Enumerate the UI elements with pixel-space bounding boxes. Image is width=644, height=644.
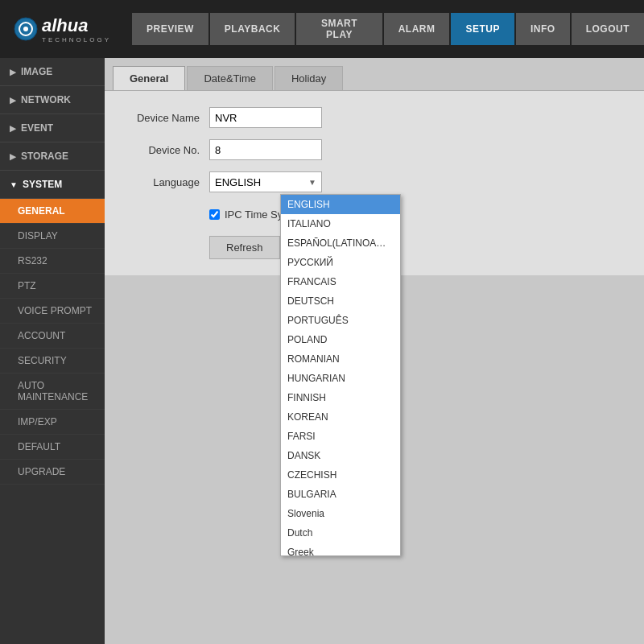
nav-playback[interactable]: PLAYBACK <box>210 13 295 45</box>
device-name-label: Device Name <box>121 112 209 124</box>
sidebar-item-image[interactable]: ▶ IMAGE <box>0 58 105 86</box>
nav-info[interactable]: INFO <box>516 13 570 45</box>
nav-alarm[interactable]: ALARM <box>384 13 450 45</box>
sidebar-child-upgrade[interactable]: UPGRADE <box>0 460 105 485</box>
language-option-18[interactable]: Greek <box>281 543 400 556</box>
arrow-icon: ▶ <box>10 68 16 76</box>
language-option-1[interactable]: ITALIANO <box>281 214 400 233</box>
sidebar-item-event[interactable]: ▶ EVENT <box>0 114 105 142</box>
sidebar: ▶ IMAGE ▶ NETWORK ▶ EVENT ▶ STORAGE ▼ SY… <box>0 58 105 644</box>
sidebar-child-rs232[interactable]: RS232 <box>0 249 105 274</box>
sidebar-child-general[interactable]: GENERAL <box>0 199 105 224</box>
logo-icon <box>13 16 39 42</box>
device-no-label: Device No. <box>121 144 209 156</box>
main-layout: ▶ IMAGE ▶ NETWORK ▶ EVENT ▶ STORAGE ▼ SY… <box>0 58 644 644</box>
language-option-8[interactable]: ROMANIAN <box>281 349 400 369</box>
ipc-checkbox[interactable] <box>209 209 220 220</box>
sidebar-child-display[interactable]: DISPLAY <box>0 224 105 249</box>
dropdown-arrow-icon: ▼ <box>308 178 316 187</box>
tab-datetime[interactable]: Date&Time <box>187 66 273 90</box>
device-name-row: Device Name <box>121 107 628 128</box>
language-option-2[interactable]: ESPAÑOL(LATINOAMÉRI <box>281 233 400 253</box>
sidebar-item-storage[interactable]: ▶ STORAGE <box>0 142 105 171</box>
nav-smartplay[interactable]: SMART PLAY <box>296 13 382 45</box>
language-option-5[interactable]: DEUTSCH <box>281 291 400 311</box>
language-row: Language ENGLISH ▼ <box>121 171 628 192</box>
sidebar-item-system[interactable]: ▼ SYSTEM <box>0 171 105 199</box>
sidebar-child-default[interactable]: DEFAULT <box>0 435 105 460</box>
language-option-13[interactable]: DANSK <box>281 446 400 465</box>
sidebar-label-image: IMAGE <box>21 66 52 77</box>
refresh-button[interactable]: Refresh <box>209 236 280 259</box>
language-option-4[interactable]: FRANCAIS <box>281 272 400 291</box>
sidebar-child-ptz[interactable]: PTZ <box>0 274 105 299</box>
nav-logout[interactable]: LOGOUT <box>572 13 644 45</box>
sidebar-child-account[interactable]: ACCOUNT <box>0 324 105 349</box>
sidebar-child-voice-prompt[interactable]: VOICE PROMPT <box>0 299 105 324</box>
language-select[interactable]: ENGLISH ▼ <box>209 171 322 192</box>
content-tabs: General Date&Time Holiday <box>105 58 644 91</box>
arrow-icon: ▶ <box>10 152 16 161</box>
sidebar-label-event: EVENT <box>21 122 53 134</box>
svg-point-2 <box>23 27 28 31</box>
device-name-input[interactable] <box>209 107 322 128</box>
language-option-17[interactable]: Dutch <box>281 523 400 543</box>
language-option-6[interactable]: PORTUGUÊS <box>281 311 400 330</box>
device-no-row: Device No. <box>121 139 628 160</box>
logo-sub: TECHNOLOGY <box>42 36 111 43</box>
tab-general[interactable]: General <box>113 66 185 90</box>
language-option-12[interactable]: FARSI <box>281 427 400 446</box>
device-no-input[interactable] <box>209 139 322 160</box>
sidebar-item-network[interactable]: ▶ NETWORK <box>0 86 105 114</box>
nav-bar: PREVIEW PLAYBACK SMART PLAY ALARM SETUP … <box>124 0 644 58</box>
language-option-10[interactable]: FINNISH <box>281 388 400 407</box>
button-row: Refresh Default <box>209 236 628 259</box>
nav-setup[interactable]: SETUP <box>451 13 514 45</box>
arrow-icon: ▶ <box>10 96 16 105</box>
language-selected-value: ENGLISH <box>215 176 261 188</box>
language-dropdown: ENGLISHITALIANOESPAÑOL(LATINOAMÉRIРУССКИ… <box>280 194 401 556</box>
sidebar-child-security[interactable]: SECURITY <box>0 349 105 374</box>
logo-text: alhua <box>42 15 88 35</box>
language-option-11[interactable]: KOREAN <box>281 407 400 427</box>
logo-area: alhua TECHNOLOGY <box>0 9 124 50</box>
sidebar-label-network: NETWORK <box>21 94 71 105</box>
language-option-3[interactable]: РУССКИЙ <box>281 253 400 272</box>
language-option-14[interactable]: CZECHISH <box>281 465 400 485</box>
language-label: Language <box>121 176 209 188</box>
language-option-7[interactable]: POLAND <box>281 330 400 349</box>
language-option-9[interactable]: HUNGARIAN <box>281 369 400 388</box>
language-option-0[interactable]: ENGLISH <box>281 195 400 214</box>
form-area: Device Name Device No. Language ENGLISH … <box>105 91 644 275</box>
sidebar-child-imp-exp[interactable]: IMP/EXP <box>0 410 105 435</box>
sidebar-label-storage: STORAGE <box>21 151 68 162</box>
nav-preview[interactable]: PREVIEW <box>132 13 208 45</box>
tab-holiday[interactable]: Holiday <box>275 66 343 90</box>
language-option-16[interactable]: Slovenia <box>281 504 400 523</box>
language-option-15[interactable]: BULGARIA <box>281 485 400 504</box>
content-area: General Date&Time Holiday Device Name De… <box>105 58 644 644</box>
sidebar-child-auto-maintenance[interactable]: AUTO MAINTENANCE <box>0 374 105 410</box>
sidebar-label-system: SYSTEM <box>23 179 62 190</box>
arrow-down-icon: ▼ <box>10 180 18 189</box>
header: alhua TECHNOLOGY PREVIEW PLAYBACK SMART … <box>0 0 644 58</box>
arrow-icon: ▶ <box>10 124 16 133</box>
